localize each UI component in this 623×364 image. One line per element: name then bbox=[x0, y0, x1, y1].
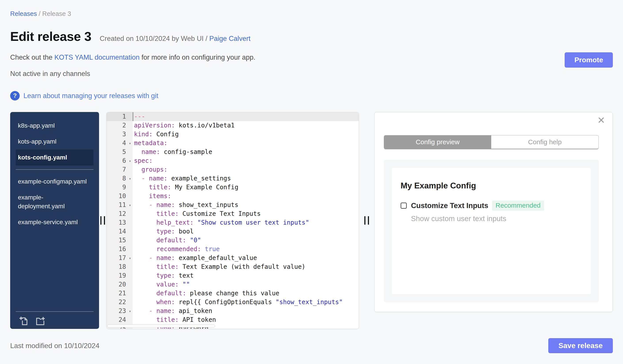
line-number: 4▾ bbox=[107, 139, 133, 147]
author-link[interactable]: Paige Calvert bbox=[209, 35, 250, 42]
line-number: 9 bbox=[107, 183, 133, 192]
file-item-example-configmap-yaml[interactable]: example-configmap.yaml bbox=[16, 174, 93, 189]
fold-arrow-icon[interactable]: ▾ bbox=[129, 157, 131, 165]
file-item-kots-app-yaml[interactable]: kots-app.yaml bbox=[16, 134, 93, 150]
code-text: name: config-sample bbox=[133, 147, 359, 156]
line-number: 11▾ bbox=[107, 201, 133, 209]
add-folder-icon[interactable] bbox=[35, 316, 45, 326]
release-editor-area: k8s-app.yamlkots-app.yamlkots-config.yam… bbox=[10, 112, 613, 329]
code-line-24[interactable]: 24 title: API token bbox=[107, 315, 359, 324]
code-text: recommended: true bbox=[133, 245, 359, 254]
file-item-example-deployment-yaml[interactable]: example-deployment.yaml bbox=[16, 189, 93, 214]
code-line-18[interactable]: 18 title: Text Example (with default val… bbox=[107, 263, 359, 271]
line-number: 5 bbox=[107, 147, 133, 156]
config-group-card: My Example Config Customize Text Inputs … bbox=[392, 168, 591, 294]
line-number: 20 bbox=[107, 280, 133, 289]
editor-resize-gutter bbox=[359, 112, 374, 329]
question-mark-icon: ? bbox=[10, 91, 20, 101]
promote-button[interactable]: Promote bbox=[565, 52, 613, 68]
code-line-8[interactable]: 8▾ - name: example_settings bbox=[107, 174, 359, 183]
file-item-kots-config-yaml[interactable]: kots-config.yaml bbox=[16, 150, 93, 165]
code-line-22[interactable]: 22 when: repl{{ ConfigOptionEquals "show… bbox=[107, 298, 359, 306]
code-text: when: repl{{ ConfigOptionEquals "show_te… bbox=[133, 298, 359, 306]
code-line-23[interactable]: 23▾ - name: api_token bbox=[107, 306, 359, 315]
code-line-5[interactable]: 5 name: config-sample bbox=[107, 147, 359, 156]
code-line-21[interactable]: 21 default: please change this value bbox=[107, 289, 359, 298]
tab-config-preview[interactable]: Config preview bbox=[384, 135, 491, 149]
sidebar-divider bbox=[16, 169, 93, 170]
close-icon[interactable]: ✕ bbox=[597, 116, 605, 125]
line-number: 23▾ bbox=[107, 306, 133, 315]
file-item-example-service-yaml[interactable]: example-service.yaml bbox=[16, 214, 93, 230]
code-text: kind: Config bbox=[133, 130, 359, 139]
fold-arrow-icon[interactable]: ▾ bbox=[129, 174, 131, 183]
code-line-2[interactable]: 2apiVersion: kots.io/v1beta1 bbox=[107, 121, 359, 130]
yaml-code-editor[interactable]: 1---2apiVersion: kots.io/v1beta13kind: C… bbox=[106, 112, 359, 329]
code-line-14[interactable]: 14 type: bool bbox=[107, 227, 359, 236]
code-text: apiVersion: kots.io/v1beta1 bbox=[133, 121, 359, 130]
code-line-6[interactable]: 6▾spec: bbox=[107, 156, 359, 165]
kots-yaml-docs-link[interactable]: KOTS YAML documentation bbox=[54, 53, 139, 61]
code-line-19[interactable]: 19 type: text bbox=[107, 271, 359, 280]
line-number: 21 bbox=[107, 289, 133, 298]
breadcrumb-releases-link[interactable]: Releases bbox=[10, 10, 37, 17]
fold-arrow-icon[interactable]: ▾ bbox=[129, 307, 131, 316]
line-number: 12 bbox=[107, 209, 133, 218]
code-line-10[interactable]: 10 items: bbox=[107, 192, 359, 201]
code-text: value: "" bbox=[133, 280, 359, 289]
resize-handle[interactable] bbox=[100, 216, 105, 225]
save-release-button[interactable]: Save release bbox=[548, 338, 613, 353]
code-line-20[interactable]: 20 value: "" bbox=[107, 280, 359, 289]
code-line-12[interactable]: 12 title: Customize Text Inputs bbox=[107, 209, 359, 218]
editor-horizontal-scrollbar[interactable] bbox=[107, 324, 215, 327]
recommended-badge: Recommended bbox=[492, 201, 544, 211]
breadcrumb-separator: / bbox=[37, 10, 42, 17]
breadcrumb-current: Release 3 bbox=[42, 10, 71, 17]
line-number: 2 bbox=[107, 121, 133, 130]
line-number: 24 bbox=[107, 315, 133, 324]
config-item-label[interactable]: Customize Text Inputs bbox=[411, 202, 488, 210]
code-line-7[interactable]: 7 groups: bbox=[107, 165, 359, 174]
code-line-16[interactable]: 16 recommended: true bbox=[107, 245, 359, 254]
line-number: 3 bbox=[107, 130, 133, 139]
code-line-9[interactable]: 9 title: My Example Config bbox=[107, 183, 359, 192]
code-text: title: Customize Text Inputs bbox=[133, 209, 359, 218]
code-line-17[interactable]: 17▾ - name: example_default_value bbox=[107, 254, 359, 263]
add-file-icon[interactable] bbox=[19, 316, 29, 326]
code-text: - name: api_token bbox=[133, 306, 359, 315]
code-line-15[interactable]: 15 default: "0" bbox=[107, 236, 359, 245]
git-help-row: ? Learn about managing your releases wit… bbox=[10, 91, 613, 101]
code-text: groups: bbox=[133, 165, 359, 174]
page-title: Edit release 3 bbox=[10, 29, 91, 44]
fold-arrow-icon[interactable]: ▾ bbox=[129, 139, 131, 148]
resize-handle[interactable] bbox=[364, 216, 369, 225]
code-text: title: API token bbox=[133, 315, 359, 324]
code-line-13[interactable]: 13 help_text: "Show custom user text inp… bbox=[107, 218, 359, 227]
code-text: type: bool bbox=[133, 227, 359, 236]
code-text: default: please change this value bbox=[133, 289, 359, 298]
fold-arrow-icon[interactable]: ▾ bbox=[129, 201, 131, 210]
line-number: 16 bbox=[107, 245, 133, 254]
sidebar-resize-gutter bbox=[99, 112, 106, 329]
tab-config-help[interactable]: Config help bbox=[491, 135, 599, 149]
file-item-k8s-app-yaml[interactable]: k8s-app.yaml bbox=[16, 118, 93, 134]
line-number: 15 bbox=[107, 236, 133, 245]
code-text: title: My Example Config bbox=[133, 183, 359, 192]
customize-text-inputs-checkbox[interactable] bbox=[400, 202, 407, 209]
file-sidebar: k8s-app.yamlkots-app.yamlkots-config.yam… bbox=[10, 112, 99, 329]
code-line-4[interactable]: 4▾metadata: bbox=[107, 139, 359, 147]
line-number: 19 bbox=[107, 271, 133, 280]
code-line-11[interactable]: 11▾ - name: show_text_inputs bbox=[107, 201, 359, 209]
config-item-help-text: Show custom user text inputs bbox=[411, 214, 582, 223]
line-number: 18 bbox=[107, 263, 133, 271]
code-line-1[interactable]: 1--- bbox=[107, 112, 359, 121]
config-preview-panel: ✕ Config previewConfig help My Example C… bbox=[374, 112, 613, 312]
code-text: type: text bbox=[133, 271, 359, 280]
docs-line-post: for more info on configuring your app. bbox=[139, 53, 255, 61]
code-line-3[interactable]: 3kind: Config bbox=[107, 130, 359, 139]
last-modified-text: Last modified on 10/10/2024 bbox=[10, 342, 99, 350]
line-number: 10 bbox=[107, 192, 133, 201]
footer-row: Last modified on 10/10/2024 Save release bbox=[10, 338, 613, 353]
fold-arrow-icon[interactable]: ▾ bbox=[129, 254, 131, 263]
git-releases-link[interactable]: Learn about managing your releases with … bbox=[23, 92, 158, 100]
